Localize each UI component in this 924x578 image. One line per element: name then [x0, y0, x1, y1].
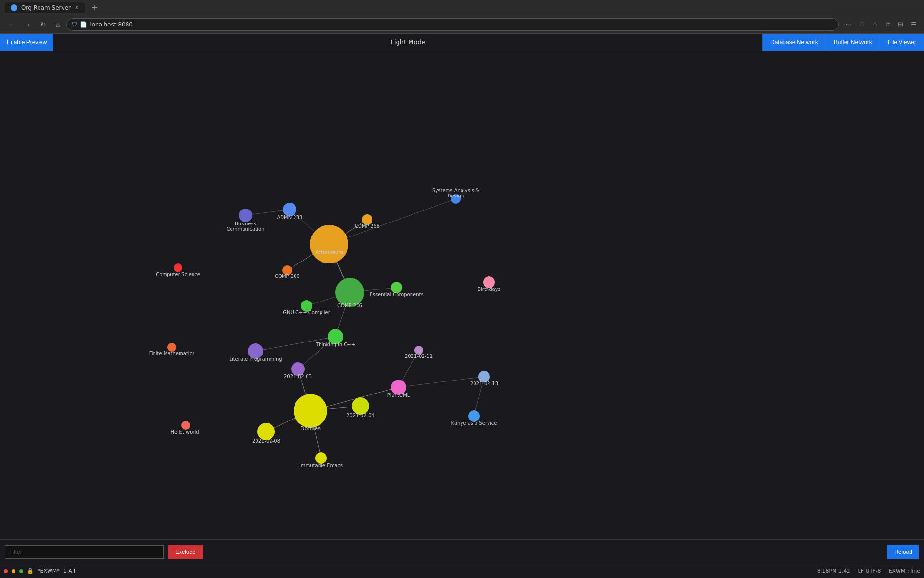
label-plantuml: PlantUML — [387, 393, 410, 398]
tab-database-network[interactable]: Database Network — [762, 34, 826, 51]
graph-container[interactable]: Business Communication ADMN 233 COMP 268… — [0, 51, 924, 539]
toolbar-actions: ⋯ ♡ ☆ ⧉ ⊟ ☰ — [843, 19, 919, 30]
page-icon: 📄 — [80, 21, 87, 28]
menu-button[interactable]: ☰ — [909, 19, 919, 29]
node-business-comm[interactable] — [239, 209, 252, 222]
status-wm-tag: *EXWM* — [38, 568, 60, 574]
status-lock-icon: 🔒 — [27, 568, 34, 574]
new-tab-button[interactable]: + — [89, 2, 101, 13]
label-date-2021-02-11: 2021-02-11 — [405, 354, 433, 359]
node-date-2021-02-04[interactable] — [352, 397, 369, 415]
app-bar: Enable Preview Light Mode Database Netwo… — [0, 34, 924, 51]
label-kanye: Kanye as a Service — [451, 420, 497, 426]
label-birthdays: Birthdays — [477, 287, 500, 292]
label-gnu: GNU C++ Compiler — [283, 310, 331, 315]
enable-preview-button[interactable]: Enable Preview — [0, 34, 53, 51]
label-immutable-emacs: Immutable Emacs — [299, 463, 343, 468]
address-text: localhost:8080 — [90, 21, 132, 28]
tab-favicon — [11, 4, 17, 11]
address-bar[interactable]: 🛡 📄 localhost:8080 — [66, 18, 839, 31]
label-finite-math: Finite Mathematics — [149, 351, 195, 356]
label-date-2021-02-03: 2021-02-03 — [284, 374, 312, 379]
label-literate: Literate Programming — [229, 356, 282, 362]
network-graph: Business Communication ADMN 233 COMP 268… — [0, 51, 924, 539]
status-bar: 🔒 *EXWM* 1 All 8:18PM 1.42 LF UTF-8 EXWM… — [0, 564, 924, 578]
tab-close-button[interactable]: ✕ — [75, 4, 79, 11]
node-dotfiles[interactable] — [294, 394, 327, 428]
label-systems2: Design — [448, 193, 464, 198]
filter-input[interactable] — [5, 545, 164, 559]
nav-tabs: Database Network Buffer Network File Vie… — [762, 34, 924, 51]
tab-title: Org Roam Server — [21, 4, 71, 11]
label-comp268: COMP 268 — [355, 223, 380, 229]
node-immutable-emacs[interactable] — [315, 452, 327, 464]
reload-button[interactable]: Reload — [887, 545, 919, 559]
reload-browser-button[interactable]: ↻ — [38, 19, 49, 30]
label-comp206: COMP 206 — [337, 303, 362, 308]
label-business-comm2: Communication — [227, 226, 265, 232]
split-button[interactable]: ⊟ — [896, 19, 906, 29]
node-admn233[interactable] — [283, 203, 296, 216]
status-dot-yellow — [12, 569, 15, 573]
status-dot-red — [4, 569, 8, 573]
exclude-button[interactable]: Exclude — [168, 545, 203, 559]
tab-buffer-network[interactable]: Buffer Network — [826, 34, 880, 51]
status-mode: EXWM : line — [889, 568, 920, 574]
label-hello-world: Hello, world! — [170, 429, 201, 434]
label-essential: Essential Components — [370, 292, 423, 297]
label-date-2021-02-08: 2021-02-08 — [252, 438, 280, 444]
sidebar-button[interactable]: ⧉ — [884, 19, 893, 30]
node-computer-science[interactable] — [174, 263, 182, 272]
tab-file-viewer[interactable]: File Viewer — [880, 34, 924, 51]
browser-toolbar: ← → ↻ ⌂ 🛡 📄 localhost:8080 ⋯ ♡ ☆ ⧉ ⊟ ☰ — [0, 15, 924, 34]
node-athabasca[interactable] — [310, 225, 348, 263]
label-dotfiles: Dotfiles — [300, 425, 321, 432]
label-athabasca: Athabasca — [315, 250, 343, 256]
status-workspace: 1 All — [64, 568, 75, 574]
status-time: 8:18PM 1.42 — [817, 568, 850, 574]
browser-titlebar: Org Roam Server ✕ + — [0, 0, 924, 15]
bottom-bar: Exclude Reload — [0, 539, 924, 564]
label-admn233: ADMN 233 — [277, 215, 303, 220]
label-date-2021-02-04: 2021-02-04 — [346, 413, 374, 418]
back-button[interactable]: ← — [5, 19, 17, 30]
status-right: 8:18PM 1.42 LF UTF-8 EXWM : line — [817, 568, 920, 574]
extensions-button[interactable]: ⋯ — [843, 19, 854, 29]
label-thinking-cpp: Thinking in C++ — [315, 342, 355, 347]
home-button[interactable]: ⌂ — [53, 19, 63, 30]
label-systems1: Systems Analysis & — [432, 188, 479, 193]
pocket-button[interactable]: ♡ — [857, 19, 867, 29]
node-date-2021-02-08[interactable] — [257, 423, 275, 440]
svg-line-3 — [329, 199, 456, 244]
node-comp206[interactable] — [335, 278, 364, 307]
label-comp200: COMP 200 — [275, 274, 300, 279]
label-computer-science: Computer Science — [156, 272, 200, 277]
label-business-comm: Business — [235, 221, 256, 226]
node-hello-world[interactable] — [181, 421, 190, 430]
main-content: Business Communication ADMN 233 COMP 268… — [0, 51, 924, 539]
shield-icon: 🛡 — [72, 21, 77, 27]
forward-button[interactable]: → — [21, 19, 34, 30]
label-date-2021-02-13: 2021-02-13 — [470, 381, 498, 386]
bookmark-button[interactable]: ☆ — [870, 19, 881, 29]
light-mode-label: Light Mode — [53, 39, 762, 46]
status-dot-green — [19, 569, 23, 573]
status-encoding: LF UTF-8 — [858, 568, 881, 574]
browser-tab[interactable]: Org Roam Server ✕ — [5, 2, 85, 13]
